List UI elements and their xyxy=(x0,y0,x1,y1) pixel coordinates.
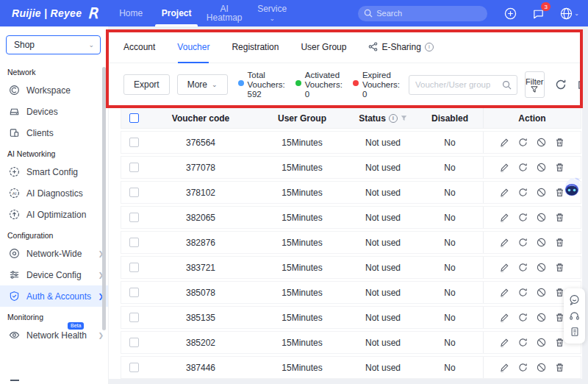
info-icon[interactable]: i xyxy=(389,114,398,123)
user-group-cell: 15Minutes xyxy=(255,363,349,373)
disable-icon[interactable] xyxy=(537,363,547,373)
sidebar-item-network-health[interactable]: Beta Network Health ❯ xyxy=(0,324,108,346)
row-checkbox[interactable] xyxy=(129,338,139,347)
sidebar-item-network-wide[interactable]: Network-Wide ❯ xyxy=(0,243,108,264)
disable-icon[interactable] xyxy=(537,163,547,173)
delete-icon[interactable] xyxy=(555,238,565,248)
renew-icon[interactable] xyxy=(518,288,528,298)
sidebar-item-device-config[interactable]: Device Config ❯ xyxy=(0,264,108,285)
edit-icon[interactable] xyxy=(500,338,510,348)
edit-icon[interactable] xyxy=(500,188,510,198)
row-checkbox[interactable] xyxy=(129,263,139,272)
renew-icon[interactable] xyxy=(518,188,528,198)
disable-icon[interactable] xyxy=(537,313,547,323)
search-icon[interactable] xyxy=(496,76,517,94)
renew-icon[interactable] xyxy=(518,313,528,323)
row-checkbox[interactable] xyxy=(129,313,139,322)
edit-icon[interactable] xyxy=(500,363,510,373)
support-headset-icon[interactable] xyxy=(569,310,581,321)
row-checkbox[interactable] xyxy=(129,138,139,147)
row-checkbox[interactable] xyxy=(129,163,139,172)
delete-icon[interactable] xyxy=(555,263,565,273)
status-cell: Not used xyxy=(349,338,417,348)
renew-icon[interactable] xyxy=(518,163,528,173)
feedback-chat-icon[interactable] xyxy=(569,294,581,306)
sidebar-item-clients[interactable]: Clients xyxy=(0,122,108,143)
global-search-input[interactable] xyxy=(376,9,465,18)
disabled-cell: No xyxy=(417,138,483,148)
sidebar-item-workspace[interactable]: Workspace xyxy=(0,79,108,101)
tab-e-sharing[interactable]: E-Sharing i xyxy=(368,31,433,63)
language-globe-icon[interactable]: ⌄ xyxy=(559,7,580,20)
table-row: 385135 15Minutes Not used No xyxy=(121,306,581,329)
row-checkbox[interactable] xyxy=(129,238,139,247)
nav-item-home[interactable]: Home xyxy=(108,0,154,26)
status-cell: Not used xyxy=(349,238,417,248)
edit-icon[interactable] xyxy=(500,213,510,223)
delete-icon[interactable] xyxy=(555,138,565,148)
disable-icon[interactable] xyxy=(537,338,547,348)
table-header: Voucher code User Group Status i Disable… xyxy=(121,107,581,129)
row-checkbox[interactable] xyxy=(129,188,139,197)
global-search[interactable] xyxy=(358,6,487,21)
filter-button[interactable]: Filter xyxy=(525,71,544,98)
disable-icon[interactable] xyxy=(537,288,547,298)
brand-logo[interactable]: Ruijie | Reyee ꓣ xyxy=(0,4,108,22)
disable-icon[interactable] xyxy=(537,263,547,273)
row-checkbox[interactable] xyxy=(129,363,139,372)
red-dot-icon xyxy=(353,80,359,86)
sidebar-item-ai-diagnostics[interactable]: AI AI Diagnostics xyxy=(0,182,108,204)
edit-icon[interactable] xyxy=(500,288,510,298)
survey-doc-icon[interactable] xyxy=(569,326,581,338)
messages-icon[interactable]: 3 xyxy=(531,7,545,20)
status-cell: Not used xyxy=(349,313,417,323)
sidebar-collapse-icon[interactable] xyxy=(10,380,19,381)
table-row: 385078 15Minutes Not used No xyxy=(121,281,581,304)
renew-icon[interactable] xyxy=(518,138,528,148)
select-all-checkbox[interactable] xyxy=(129,113,139,123)
disable-icon[interactable] xyxy=(537,188,547,198)
renew-icon[interactable] xyxy=(518,263,528,273)
filter-funnel-icon[interactable] xyxy=(401,115,407,121)
add-circle-icon[interactable] xyxy=(503,7,517,20)
tab-registration[interactable]: Registration xyxy=(232,31,279,63)
delete-icon[interactable] xyxy=(555,363,565,373)
nav-item-service[interactable]: Service⌄ xyxy=(249,0,295,26)
sidebar-item-auth-accounts[interactable]: Auth & Accounts ❯ xyxy=(0,285,108,307)
sidebar-item-devices[interactable]: Devices xyxy=(0,101,108,122)
refresh-icon[interactable] xyxy=(555,79,567,91)
delete-icon[interactable] xyxy=(555,163,565,173)
table-row: 385202 15Minutes Not used No xyxy=(121,331,581,354)
project-selector[interactable]: Shop ⌄ xyxy=(6,35,101,54)
edit-icon[interactable] xyxy=(500,238,510,248)
disable-icon[interactable] xyxy=(537,213,547,223)
sidebar-scrollbar[interactable] xyxy=(102,67,106,330)
row-checkbox[interactable] xyxy=(129,288,139,297)
edit-icon[interactable] xyxy=(500,313,510,323)
voucher-search-input[interactable] xyxy=(409,80,496,89)
disable-icon[interactable] xyxy=(537,138,547,148)
edit-icon[interactable] xyxy=(500,138,510,148)
export-button[interactable]: Export xyxy=(123,74,170,95)
ai-assistant-mascot[interactable] xyxy=(560,176,585,200)
tab-account[interactable]: Account xyxy=(123,31,155,63)
nav-item-project[interactable]: Project xyxy=(154,0,199,26)
nav-item-ai-heatmap[interactable]: AI Heatmap xyxy=(199,0,249,26)
disabled-cell: No xyxy=(417,238,483,248)
tab-user-group[interactable]: User Group xyxy=(301,31,346,63)
tab-voucher[interactable]: Voucher xyxy=(177,31,209,63)
sidebar-item-ai-optimization[interactable]: AI Optimization xyxy=(0,204,108,225)
sidebar-item-smart-config[interactable]: Smart Config xyxy=(0,161,108,182)
export-table-icon[interactable] xyxy=(577,79,583,91)
edit-icon[interactable] xyxy=(500,163,510,173)
info-icon[interactable]: i xyxy=(425,43,434,51)
renew-icon[interactable] xyxy=(518,238,528,248)
renew-icon[interactable] xyxy=(518,213,528,223)
delete-icon[interactable] xyxy=(555,213,565,223)
renew-icon[interactable] xyxy=(518,363,528,373)
more-button[interactable]: More⌄ xyxy=(177,74,228,95)
disable-icon[interactable] xyxy=(537,238,547,248)
renew-icon[interactable] xyxy=(518,338,528,348)
row-checkbox[interactable] xyxy=(129,213,139,222)
edit-icon[interactable] xyxy=(500,263,510,273)
